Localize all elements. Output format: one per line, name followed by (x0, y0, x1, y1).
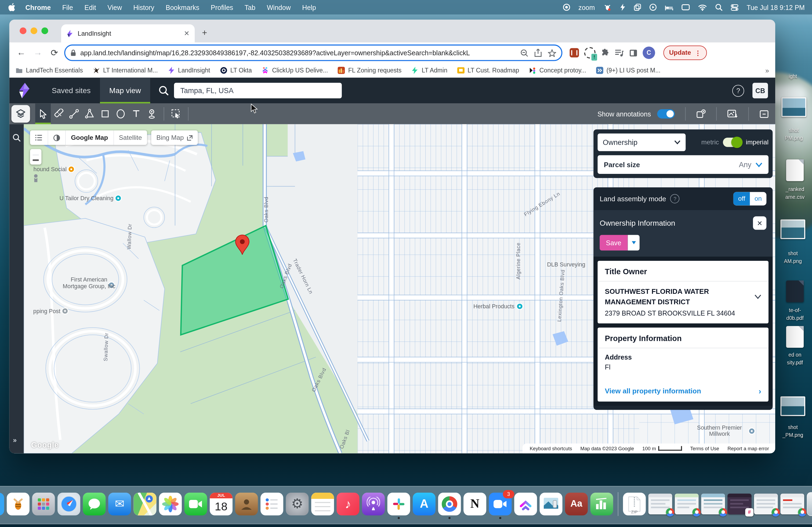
profile-avatar[interactable]: C (642, 47, 655, 59)
fullscreen-window-button[interactable] (41, 27, 48, 34)
imperial-label[interactable]: imperial (746, 139, 768, 146)
close-window-button[interactable] (19, 27, 26, 34)
dock-zoom[interactable]: 3 (489, 492, 512, 515)
satellite-button[interactable]: Satellite (114, 131, 147, 145)
land-assembly-toggle[interactable]: off on (734, 192, 767, 205)
dock-chrome[interactable] (438, 492, 461, 515)
streetview-tool[interactable] (144, 104, 160, 124)
toggle-off[interactable]: off (734, 192, 750, 205)
image-download-icon[interactable] (727, 109, 738, 119)
layer-select[interactable]: Ownership (598, 134, 686, 151)
menu-history[interactable]: History (128, 3, 160, 11)
tab-saved-sites[interactable]: Saved sites (42, 77, 100, 103)
address-bar[interactable]: app.land.tech/landinsight/map/16,28.2329… (64, 45, 562, 61)
metric-label[interactable]: metric (701, 139, 719, 146)
menu-tab[interactable]: Tab (239, 3, 261, 11)
text-tool[interactable] (128, 104, 144, 124)
menu-profiles[interactable]: Profiles (205, 3, 239, 11)
bookmark-star-icon[interactable] (548, 49, 556, 57)
bookmarks-overflow-icon[interactable]: » (765, 66, 769, 74)
dock-preview[interactable] (540, 492, 563, 515)
line-tool[interactable] (66, 104, 82, 124)
parcel-size-filter[interactable]: Parcel size Any (598, 155, 768, 174)
dock-slack[interactable] (388, 492, 410, 515)
chrome-update-button[interactable]: Update ⋮ (663, 46, 707, 60)
play-menu-icon[interactable] (649, 3, 656, 11)
map-canvas[interactable]: hound Social U Tailor Dry Cleaning First… (24, 124, 775, 453)
export-map-icon[interactable] (696, 109, 706, 119)
bee-app-icon[interactable] (603, 3, 611, 11)
puzzle-extensions-icon[interactable] (601, 48, 610, 57)
dock-messages[interactable] (83, 492, 106, 515)
save-button[interactable]: Save (599, 235, 627, 251)
minimize-window-button[interactable] (31, 27, 37, 34)
new-tab-button[interactable]: + (202, 28, 207, 39)
dock-clickup[interactable] (514, 492, 537, 515)
measure-tool[interactable] (51, 104, 66, 124)
spotlight-search-icon[interactable] (715, 3, 722, 11)
back-button[interactable]: ← (14, 47, 28, 58)
user-avatar[interactable]: CB (752, 83, 768, 99)
apple-menu-icon[interactable] (7, 3, 19, 12)
bookmark-item[interactable]: FL Zoning requests (338, 67, 402, 74)
chevron-down-icon[interactable] (755, 295, 761, 299)
menu-help[interactable]: Help (296, 3, 322, 11)
menu-bookmarks[interactable]: Bookmarks (160, 3, 205, 11)
display-menu-icon[interactable] (682, 4, 690, 11)
bookmark-item[interactable]: LandTech Essentials (16, 67, 83, 74)
dock-minimized-window[interactable] (675, 494, 699, 514)
toggle-on[interactable]: on (750, 192, 767, 205)
dock-minimized-window[interactable] (649, 494, 672, 514)
desktop-file[interactable]: shotAM.png (773, 220, 812, 265)
circle-tool[interactable] (113, 104, 128, 124)
desktop-file[interactable]: ight (773, 73, 812, 80)
unit-toggle[interactable] (723, 138, 742, 147)
loading-extension-icon[interactable]: ! (584, 47, 595, 58)
desktop-file[interactable]: _rankedame.csv (776, 160, 812, 201)
share-icon[interactable] (534, 48, 541, 57)
collapse-panel-icon[interactable] (759, 109, 769, 119)
screen-record-icon[interactable] (563, 3, 570, 11)
contrast-button[interactable] (48, 131, 66, 145)
dock-podcasts[interactable] (362, 492, 385, 515)
tab-close-icon[interactable]: ✕ (184, 30, 190, 37)
rectangle-tool[interactable] (98, 104, 113, 124)
forward-button[interactable]: → (31, 47, 45, 58)
rail-search-icon[interactable] (12, 134, 21, 144)
annotations-toggle[interactable] (657, 109, 675, 119)
menu-app-name[interactable]: Chrome (19, 3, 56, 11)
dock-facetime[interactable] (185, 492, 207, 515)
dock-mail[interactable]: ✉ (108, 492, 131, 515)
playlist-icon[interactable] (615, 49, 624, 57)
menu-edit[interactable]: Edit (79, 3, 102, 11)
extension-icon[interactable] (569, 48, 579, 57)
dock-minimized-slack-window[interactable]: # (728, 494, 752, 514)
browser-tab[interactable]: LandInsight ✕ (61, 25, 195, 42)
bookmark-item[interactable]: LandInsight (168, 67, 210, 74)
bed-menu-icon[interactable] (665, 4, 673, 11)
dock-numbers[interactable] (591, 492, 613, 515)
more-menu-icon[interactable]: ⋮ (695, 49, 701, 57)
dock-music[interactable]: ♪ (337, 492, 360, 515)
dock-bee-app[interactable] (7, 492, 30, 515)
desktop-file[interactable]: shotPM.png (775, 97, 812, 142)
tab-map-view[interactable]: Map view (100, 77, 150, 103)
dock-calendar[interactable]: JUL 18 (210, 492, 233, 515)
bookmark-item[interactable]: ClickUp US Delive... (262, 67, 328, 74)
dock-minimized-window[interactable] (701, 494, 725, 514)
dock-dictionary[interactable]: Aa (565, 492, 588, 515)
bookmark-item[interactable]: (9+) LI US post M... (596, 67, 661, 74)
control-center-icon[interactable] (731, 4, 738, 11)
keyboard-shortcuts-link[interactable]: Keyboard shortcuts (530, 446, 572, 451)
menu-file[interactable]: File (56, 3, 79, 11)
desktop-file[interactable]: ed onsity.pdf (776, 326, 812, 366)
zoom-status-text[interactable]: zoom (578, 3, 595, 11)
bing-map-button[interactable]: Bing Map (151, 131, 198, 145)
layers-button[interactable] (11, 105, 30, 123)
view-all-property-link[interactable]: View all property information › (605, 387, 761, 395)
side-panel-icon[interactable] (629, 49, 637, 57)
menu-clock[interactable]: Tue Jul 18 9:12 PM (747, 3, 805, 11)
dock-minimized-window[interactable] (754, 494, 778, 514)
bookmark-item[interactable]: LT Okta (220, 67, 252, 74)
bookmark-item[interactable]: LT Admin (411, 67, 447, 74)
